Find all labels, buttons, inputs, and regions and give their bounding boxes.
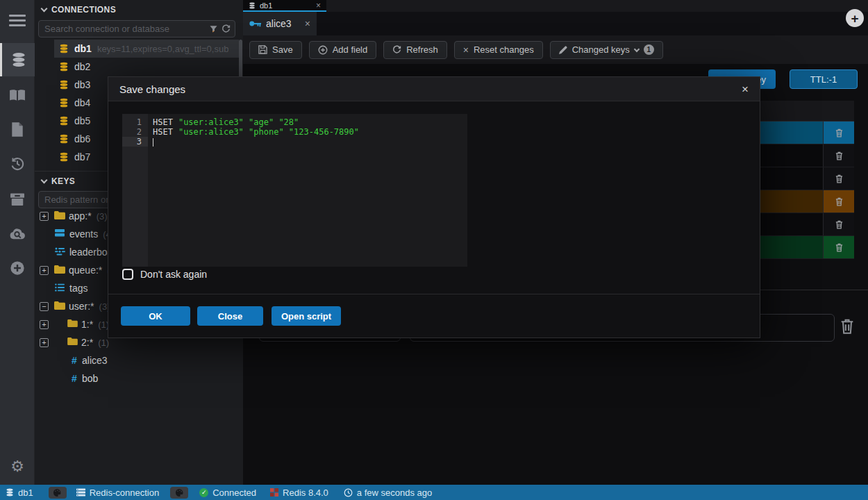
connections-title: CONNECTIONS (51, 5, 116, 15)
connection-tab-bar: db1 × (243, 0, 868, 12)
docs-nav-button[interactable] (0, 80, 35, 110)
document-nav-button[interactable] (0, 114, 35, 144)
add-field-label: Add field (333, 44, 368, 55)
key-label: queue:* (69, 265, 102, 276)
db-info: keys=11,expires=0,avg_ttl=0,sub (97, 44, 228, 54)
script-editor[interactable]: 1 HSET"user:alice3" "age" "28" 2 HSET"us… (122, 114, 467, 267)
check-circle-icon: ✓ (199, 488, 208, 497)
db-name: db2 (74, 61, 90, 72)
chevron-down-icon (41, 6, 48, 12)
key-label: alice3 (82, 355, 108, 366)
reset-changes-label: Reset changes (474, 44, 534, 55)
status-theme-button[interactable] (49, 487, 67, 499)
history-nav-button[interactable] (0, 149, 35, 179)
trash-icon (835, 220, 843, 229)
tree-item-alice3[interactable]: # alice3 (35, 351, 243, 369)
database-icon (59, 152, 69, 162)
db-name: db3 (74, 79, 90, 90)
database-icon (59, 44, 69, 53)
key-label: leaderboa (69, 247, 112, 258)
expand-icon[interactable]: + (40, 212, 49, 221)
menu-button[interactable] (0, 6, 35, 36)
trash-icon (835, 128, 843, 138)
database-icon (11, 52, 26, 67)
x-icon: × (463, 44, 469, 56)
changed-keys-dropdown[interactable]: Changed keys 1 (550, 41, 663, 59)
cloud-search-nav-button[interactable] (0, 218, 35, 249)
delete-field-button[interactable] (823, 190, 854, 212)
expand-icon[interactable]: + (40, 266, 49, 275)
key-label: bob (82, 373, 98, 384)
trash-icon (835, 151, 843, 160)
trash-icon (835, 243, 843, 252)
connection-search-input[interactable] (44, 24, 206, 34)
status-console-button[interactable] (170, 487, 188, 499)
editor-line: 2 HSET"user:alice3" "phone" "123-456-789… (122, 127, 467, 137)
key-label: events (69, 228, 98, 240)
delete-field-button[interactable] (823, 236, 854, 258)
key-label: tags (69, 283, 87, 294)
key-label: user:* (69, 301, 94, 312)
connections-nav-button[interactable] (0, 43, 35, 76)
tab-alice3[interactable]: alice3 × (243, 12, 317, 35)
changed-count-badge: 1 (644, 44, 654, 55)
close-tab-icon[interactable]: × (305, 18, 310, 29)
delete-field-button[interactable] (823, 213, 854, 235)
tab-db1[interactable]: db1 × (243, 0, 326, 12)
editor-line-active: 3 (122, 137, 467, 147)
status-last-updated: a few seconds ago (344, 488, 432, 498)
add-key-button[interactable]: + (846, 9, 864, 27)
save-label: Save (272, 44, 293, 55)
hash-type-icon: # (72, 373, 77, 384)
database-row-db1[interactable]: db1 keys=11,expires=0,avg_ttl=0,sub (35, 40, 243, 58)
key-label: 2:* (81, 337, 93, 348)
db-name: db7 (74, 151, 90, 162)
status-db-label: db1 (18, 488, 33, 498)
dialog-close-button[interactable]: × (742, 83, 749, 95)
status-db-selector[interactable]: db1 (6, 488, 33, 498)
ttl-button[interactable]: TTL:-1 (790, 69, 858, 89)
save-button[interactable]: Save (249, 41, 302, 59)
save-icon (258, 45, 267, 54)
expand-icon[interactable]: + (40, 320, 49, 329)
tab-label: db1 (260, 1, 272, 10)
changed-keys-label: Changed keys (572, 44, 630, 55)
archive-nav-button[interactable] (0, 183, 35, 214)
expand-icon[interactable]: + (40, 338, 49, 347)
refresh-button[interactable]: Refresh (383, 41, 447, 59)
collapse-icon[interactable]: − (40, 302, 49, 311)
gear-icon: ⚙ (10, 459, 24, 474)
line-number: 2 (122, 127, 148, 137)
status-connection-selector[interactable]: Redis-connection (76, 488, 159, 498)
remove-new-field-button[interactable] (840, 318, 854, 338)
refresh-label: Refresh (406, 44, 438, 55)
status-connection-label: Redis-connection (90, 488, 159, 498)
open-script-button[interactable]: Open script (272, 306, 341, 326)
database-icon (59, 80, 69, 90)
folder-icon (54, 211, 65, 219)
database-row-db2[interactable]: db2 (35, 58, 243, 76)
add-field-button[interactable]: Add field (309, 41, 377, 59)
filter-icon[interactable] (210, 25, 217, 33)
database-icon (6, 488, 14, 497)
folder-icon (54, 301, 65, 310)
line-number: 3 (122, 137, 148, 147)
keys-title: KEYS (51, 176, 75, 186)
close-button[interactable]: Close (197, 306, 263, 326)
delete-field-button[interactable] (823, 167, 854, 190)
ok-button[interactable]: OK (121, 306, 190, 326)
delete-field-button[interactable] (823, 144, 854, 167)
add-nav-button[interactable] (0, 253, 35, 283)
dont-ask-again-checkbox[interactable]: Don't ask again (122, 269, 207, 280)
hamburger-icon (9, 15, 26, 27)
database-icon (59, 62, 69, 72)
reset-changes-button[interactable]: × Reset changes (454, 41, 543, 59)
connections-section-header[interactable]: CONNECTIONS (35, 1, 243, 19)
refresh-icon[interactable] (222, 24, 231, 33)
close-tab-icon[interactable]: × (316, 1, 321, 10)
key-label: 1:* (81, 319, 93, 330)
status-bar: db1 Redis-connection ✓ Connected Redis 8… (0, 485, 868, 500)
delete-field-button[interactable] (823, 122, 854, 144)
settings-button[interactable]: ⚙ (0, 451, 35, 482)
tree-item-bob[interactable]: # bob (35, 369, 243, 388)
